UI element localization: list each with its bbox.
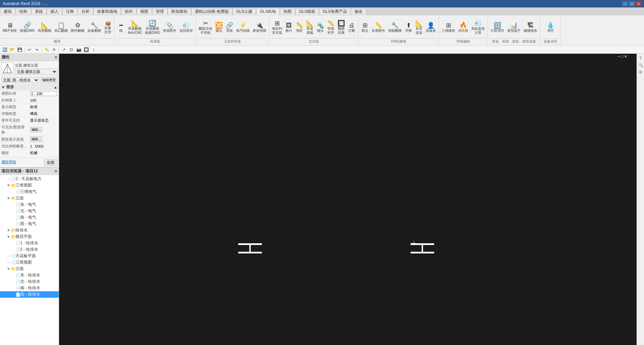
btn-lianjie-dwg[interactable]: 🔗 链接DWG	[19, 21, 36, 34]
tree-toggle[interactable]: ▼	[6, 196, 11, 200]
tb2-section[interactable]: ↕	[90, 46, 97, 53]
tb2-3d[interactable]: 🔲	[83, 46, 90, 53]
btn-xiaohuo[interactable]: 🔥 消火栓	[457, 21, 470, 34]
btn-chazao-diyu[interactable]: 📊 查找低于	[506, 21, 522, 34]
tb2-detail1[interactable]: ↗	[60, 46, 67, 53]
tree-item[interactable]: 📄西 - 电气	[0, 221, 59, 227]
tab-shitu[interactable]: 视图	[137, 8, 152, 15]
minimize-btn[interactable]: ─	[622, 1, 628, 6]
tree-item[interactable]: ▼📁三维视图	[0, 182, 59, 189]
tab-gls-free[interactable]: GLS免费产品	[319, 8, 351, 15]
tb2-detail2[interactable]: ⊡	[68, 46, 75, 53]
tb2-camera[interactable]: 📷	[75, 46, 82, 53]
tree-toggle[interactable]: ─	[6, 261, 11, 264]
tree-item[interactable]: ─📄2 - 天花板电力	[0, 176, 59, 182]
tree-toggle[interactable]: ─	[6, 254, 11, 258]
close-btn[interactable]: ✕	[636, 1, 641, 6]
btn-changdu-fujian[interactable]: 📏 长度附件	[370, 21, 387, 34]
tree-item[interactable]: 📄三维电气	[0, 189, 59, 195]
tb2-text[interactable]: A	[51, 46, 57, 53]
btn-shebei-fanmo[interactable]: 🔧 设备翻模	[86, 21, 102, 34]
btn-xian[interactable]: ━ 线	[116, 21, 126, 34]
tab-xiugai[interactable]: 修改	[351, 8, 366, 15]
properties-close-btn[interactable]: ✕	[54, 55, 57, 60]
tree-item[interactable]: 📄西 - 给排水	[0, 291, 59, 298]
properties-help-link[interactable]: 属性帮助	[1, 159, 16, 166]
canvas-maximize[interactable]: □	[621, 54, 623, 59]
btn-guandao-duiqi[interactable]: 📏 管道对齐	[326, 19, 336, 36]
tree-item[interactable]: 📄北 - 电气	[0, 208, 59, 214]
btn-liangdian[interactable]: ⊞ 两点	[360, 21, 370, 34]
tab-charu[interactable]: 插入	[47, 8, 62, 15]
btn-piliang-shenguan[interactable]: 📦 批量生管	[103, 20, 113, 35]
apply-btn[interactable]: 应用	[44, 159, 57, 166]
btn-guandao-autocad[interactable]: 📐 管道翻模AutoCAD	[126, 19, 143, 36]
view-icon-btn[interactable]	[1, 63, 14, 75]
tree-item[interactable]: 📄2 - 给排水	[0, 246, 59, 253]
tab-jiegou[interactable]: 结构	[16, 8, 31, 15]
btn-meiju-lie[interactable]: ⊞ 每距列支吊架	[271, 19, 283, 36]
tree-item[interactable]: ▼📁给排水	[0, 227, 59, 233]
tab-guanli[interactable]: 管理	[152, 8, 168, 15]
rt-navigate[interactable]: ◎	[638, 69, 644, 75]
btn-lianjianzhe[interactable]: 👤 连接者	[424, 21, 437, 34]
tree-item[interactable]: 📄东 - 电气	[0, 201, 59, 208]
view-type-select[interactable]: 立面 建筑立面	[15, 69, 57, 75]
tb2-undo[interactable]: ↩	[26, 46, 33, 53]
tb2-open[interactable]: 📂	[9, 46, 16, 53]
tree-item[interactable]: ▼📁立面	[0, 266, 59, 272]
btn-songhuifengguan[interactable]: 💨 送回风管	[178, 21, 194, 34]
tb2-redo[interactable]: ↪	[33, 46, 40, 53]
edit-type-btn[interactable]: 编辑类型	[41, 77, 57, 83]
btn-guandao-bianjie[interactable]: 📐 管道变截	[305, 19, 315, 36]
tree-item[interactable]: ▼📁楼层平面	[0, 233, 59, 240]
tab-gls-soil[interactable]: GLS土建	[232, 8, 256, 15]
tab-jianzhu[interactable]: 建筑	[0, 8, 16, 15]
btn-mep-xitong[interactable]: 🖥 MEP系统	[1, 21, 18, 34]
tab-fujia[interactable]: 附加模块	[168, 8, 191, 15]
btn-fengjipanguan[interactable]: 💨 风机盘管计算	[470, 19, 486, 36]
tree-toggle[interactable]: ─	[6, 177, 11, 181]
btn-dengju[interactable]: 📏 等距	[294, 21, 304, 34]
tree-item[interactable]: 📄南 - 给排水	[0, 285, 59, 291]
tree-item[interactable]: ─📄三维视图	[0, 259, 59, 266]
maximize-btn[interactable]: □	[629, 1, 635, 6]
btn-duntou[interactable]: 🔀 顿头	[214, 21, 224, 34]
pb-close-btn[interactable]: ✕	[54, 169, 57, 174]
tree-item[interactable]: 📄南 - 电气	[0, 214, 59, 221]
btn-dianci-kuaimo[interactable]: ⚡ 电气快模	[235, 21, 251, 34]
tab-kuaitu[interactable]: 快图	[280, 8, 295, 15]
tb2-save[interactable]: 💾	[16, 46, 23, 53]
btn-pengzhuang[interactable]: 🏗 碰撞报告	[522, 21, 539, 34]
btn-zhineng-fanmo[interactable]: 🔧 智能翻模	[387, 21, 403, 34]
btn-jingkong[interactable]: 💧 净空	[545, 21, 555, 34]
btn-sanwei-mokuai[interactable]: ⊞ 三维模块	[440, 21, 456, 34]
canvas-area[interactable]: ─ □ ✕	[59, 54, 637, 345]
tree-toggle[interactable]: ▼	[6, 267, 11, 271]
tree-item[interactable]: 📄东 - 给排水	[0, 272, 59, 278]
canvas-minimize[interactable]: ─	[618, 54, 621, 59]
tree-item[interactable]: 📄北 - 给排水	[0, 278, 59, 285]
btn-delete-inactive[interactable]: ✂ 删除活动不管线	[197, 19, 214, 36]
btn-guandao-dwg[interactable]: 🔄 管道翻模链接DWG	[144, 19, 161, 36]
prop-filter-select[interactable]: 立面: 西 - 给排水	[1, 77, 39, 83]
btn-daotou[interactable]: 🖨 打断	[347, 21, 357, 34]
btn-guandao-fujian[interactable]: 📎 管道附件	[162, 21, 178, 34]
prop-input[interactable]	[30, 91, 57, 96]
btn-jisuan-jingkong[interactable]: 🔢 计算净空	[489, 21, 505, 34]
tab-xitong[interactable]: 系统	[31, 8, 47, 15]
tree-toggle[interactable]: ▼	[6, 228, 11, 232]
btn-fengkou-fanmo[interactable]: 📋 风口翻模	[53, 21, 69, 34]
btn-daoxian[interactable]: 🔗 导线	[224, 21, 234, 34]
canvas-close[interactable]: ✕	[624, 54, 627, 59]
tab-fenxi[interactable]: 分析	[78, 8, 93, 15]
btn-fanmo-juli[interactable]: 🔲 翻模距离	[336, 19, 346, 36]
section-scroll-up[interactable]: ▲	[54, 85, 57, 89]
tree-toggle[interactable]: ▼	[6, 183, 11, 187]
prop-edit-btn[interactable]: 编辑...	[30, 127, 42, 132]
tb2-measure[interactable]: 📏	[43, 46, 50, 53]
btn-fengguan-fanmo[interactable]: 📐 风管翻模	[36, 21, 53, 34]
tree-toggle[interactable]: ▼	[6, 235, 11, 239]
btn-changguanlian[interactable]: 📐 长管连连	[414, 19, 424, 36]
tab-gls-mep[interactable]: GLS机电	[256, 8, 280, 15]
